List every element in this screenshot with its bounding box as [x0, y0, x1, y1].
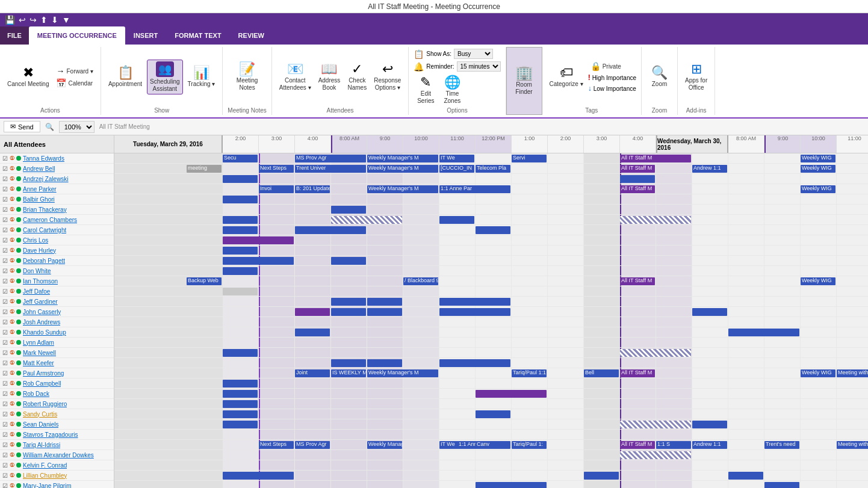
- calendar-event[interactable]: [620, 421, 691, 428]
- grid-cell[interactable]: [223, 338, 259, 347]
- grid-cell[interactable]: [656, 194, 692, 204]
- grid-cell[interactable]: [656, 205, 692, 214]
- grid-cell[interactable]: [728, 256, 764, 265]
- save-icon[interactable]: 💾: [5, 15, 15, 25]
- grid-cell[interactable]: [439, 266, 476, 276]
- grid-cell[interactable]: [620, 481, 656, 488]
- grid-cell[interactable]: [692, 194, 728, 204]
- grid-cell[interactable]: [331, 471, 367, 480]
- attendee-checkbox[interactable]: ☑: [2, 339, 8, 346]
- grid-cell[interactable]: [548, 471, 584, 480]
- attendee-name[interactable]: Lillian Chumbley: [23, 472, 67, 479]
- attendee-name[interactable]: Rob Campbell: [23, 380, 61, 387]
- grid-cell[interactable]: [512, 450, 548, 460]
- grid-cell[interactable]: [837, 266, 868, 276]
- grid-cell[interactable]: [367, 471, 403, 480]
- calendar-event[interactable]: [295, 226, 366, 234]
- grid-cell[interactable]: [837, 276, 868, 286]
- grid-cell[interactable]: [403, 409, 439, 419]
- grid-cell[interactable]: [223, 205, 259, 214]
- attendee-checkbox[interactable]: ☑: [2, 380, 8, 387]
- check-names-button[interactable]: ✓ CheckNames: [345, 61, 369, 93]
- grid-cell[interactable]: [764, 246, 801, 255]
- calendar-event[interactable]: All IT Staff M: [620, 277, 655, 285]
- grid-cell[interactable]: [620, 327, 656, 337]
- grid-cell[interactable]: [548, 409, 584, 419]
- attendee-checkbox[interactable]: ☑: [2, 370, 8, 377]
- calendar-event[interactable]: [476, 410, 510, 418]
- grid-cell[interactable]: [403, 307, 439, 317]
- grid-cell[interactable]: [512, 266, 548, 276]
- grid-cell[interactable]: [331, 184, 367, 194]
- grid-cell[interactable]: [692, 205, 728, 214]
- grid-cell[interactable]: [548, 368, 584, 378]
- grid-cell[interactable]: [548, 327, 584, 337]
- grid-cell[interactable]: [512, 327, 548, 337]
- grid-cell[interactable]: [728, 164, 764, 173]
- grid-cell[interactable]: [367, 205, 403, 214]
- calendar-event[interactable]: [476, 390, 547, 398]
- grid-cell[interactable]: [764, 389, 801, 398]
- grid-cell[interactable]: [403, 481, 439, 488]
- grid-cell[interactable]: [403, 266, 439, 276]
- grid-cell[interactable]: [367, 430, 403, 439]
- grid-cell[interactable]: [837, 419, 868, 429]
- grid-cell[interactable]: [837, 358, 868, 368]
- grid-cell[interactable]: [403, 358, 439, 368]
- grid-cell[interactable]: [620, 378, 656, 388]
- grid-cell[interactable]: [801, 460, 837, 470]
- grid-cell[interactable]: [403, 430, 439, 439]
- grid-cell[interactable]: [403, 205, 439, 214]
- grid-cell[interactable]: [620, 266, 656, 276]
- calendar-event[interactable]: [439, 359, 510, 367]
- grid-cell[interactable]: [259, 266, 295, 276]
- attendee-checkbox[interactable]: ☑: [2, 431, 8, 438]
- grid-cell[interactable]: [548, 276, 584, 286]
- grid-cell[interactable]: [692, 348, 728, 357]
- grid-cell[interactable]: [331, 450, 367, 460]
- time-zones-button[interactable]: 🌐 TimeZones: [440, 75, 464, 106]
- grid-cell[interactable]: [692, 297, 728, 306]
- grid-cell[interactable]: [837, 389, 868, 398]
- grid-cell[interactable]: [656, 338, 692, 347]
- grid-cell[interactable]: [367, 235, 403, 245]
- grid-cell[interactable]: [548, 399, 584, 409]
- grid-cell[interactable]: [548, 246, 584, 255]
- grid-cell[interactable]: [764, 307, 801, 317]
- grid-cell[interactable]: [331, 317, 367, 327]
- grid-cell[interactable]: [801, 440, 837, 449]
- address-book-button[interactable]: 📖 AddressBook: [316, 61, 343, 93]
- grid-cell[interactable]: [692, 327, 728, 337]
- room-finder-button[interactable]: 🏢 RoomFinder: [512, 64, 536, 97]
- grid-cell[interactable]: [476, 266, 512, 276]
- grid-cell[interactable]: [548, 235, 584, 245]
- contact-attendees-button[interactable]: 📧 ContactAttendees ▾: [277, 61, 314, 93]
- grid-cell[interactable]: [656, 256, 692, 265]
- grid-cell[interactable]: [837, 471, 868, 480]
- grid-cell[interactable]: [295, 194, 331, 204]
- grid-cell[interactable]: [403, 194, 439, 204]
- grid-cell[interactable]: [764, 194, 801, 204]
- grid-cell[interactable]: [403, 246, 439, 255]
- grid-cell[interactable]: [801, 256, 837, 265]
- calendar-event[interactable]: [223, 421, 258, 428]
- grid-cell[interactable]: [801, 419, 837, 429]
- calendar-event[interactable]: [476, 226, 510, 234]
- grid-cell[interactable]: [764, 378, 801, 388]
- calendar-event[interactable]: Weekly WIG: [801, 277, 835, 285]
- grid-cell[interactable]: [801, 338, 837, 347]
- down-icon[interactable]: ⬇: [51, 15, 58, 25]
- tab-insert[interactable]: INSERT: [125, 26, 166, 45]
- grid-cell[interactable]: [692, 368, 728, 378]
- grid-cell[interactable]: [331, 430, 367, 439]
- grid-cell[interactable]: [367, 266, 403, 276]
- grid-cell[interactable]: [692, 235, 728, 245]
- grid-cell[interactable]: [764, 471, 801, 480]
- calendar-event[interactable]: [223, 349, 258, 357]
- grid-cell[interactable]: [548, 256, 584, 265]
- grid-cell[interactable]: [837, 153, 868, 163]
- attendee-name[interactable]: Andrew Bell: [23, 165, 55, 172]
- calendar-event[interactable]: [439, 298, 510, 306]
- grid-cell[interactable]: [656, 184, 692, 194]
- grid-cell[interactable]: [548, 266, 584, 276]
